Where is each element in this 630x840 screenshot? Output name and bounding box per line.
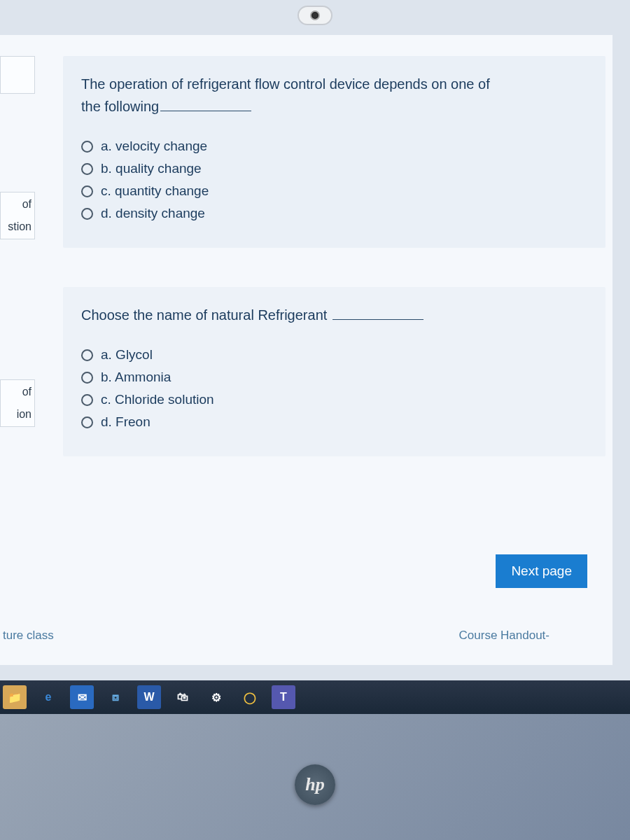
sidebar-text: stion <box>1 220 31 233</box>
dropbox-icon[interactable]: ⧈ <box>104 685 127 709</box>
option-b[interactable]: b. Ammonia <box>81 370 592 385</box>
question-text-line: Choose the name of natural Refrigerant <box>81 307 327 323</box>
option-label-text: a. Glycol <box>101 347 153 363</box>
option-a[interactable]: a. velocity change <box>81 139 592 154</box>
option-c[interactable]: c. Chloride solution <box>81 392 592 407</box>
radio-icon <box>81 163 93 175</box>
sidebar-block-number <box>0 56 35 94</box>
edge-icon[interactable]: e <box>36 685 60 709</box>
question-text-line: the following <box>81 99 159 114</box>
mail-icon[interactable]: ✉ <box>70 685 94 709</box>
option-c[interactable]: c. quantity change <box>81 183 592 199</box>
question-text-line: The operation of refrigerant flow contro… <box>81 76 490 92</box>
file-explorer-icon[interactable]: 📁 <box>3 685 27 709</box>
windows-taskbar: 📁e✉⧈W🛍⚙◯T <box>0 680 630 714</box>
option-d[interactable]: d. Freon <box>81 414 592 430</box>
webcam-lens-icon <box>310 10 320 20</box>
option-d[interactable]: d. density change <box>81 206 592 221</box>
teams-icon[interactable]: T <box>272 685 295 709</box>
option-label-text: d. Freon <box>101 414 150 430</box>
question-prompt: The operation of refrigerant flow contro… <box>81 73 592 118</box>
question-prompt: Choose the name of natural Refrigerant <box>81 304 592 326</box>
radio-icon <box>81 416 93 428</box>
sidebar-text: of <box>1 198 31 211</box>
sidebar-block-status2: of ion <box>0 379 35 427</box>
sidebar-text: ion <box>1 408 31 421</box>
radio-icon <box>81 372 93 384</box>
option-label-text: d. density change <box>101 206 205 221</box>
blank-fill-line <box>160 111 251 111</box>
option-a[interactable]: a. Glycol <box>81 347 592 363</box>
option-label-text: c. Chloride solution <box>101 392 214 407</box>
sidebar-text: of <box>1 386 31 398</box>
webcam-notch <box>298 6 332 25</box>
settings-icon[interactable]: ⚙ <box>204 685 228 709</box>
store-icon[interactable]: 🛍 <box>171 685 195 709</box>
blank-fill-line <box>332 319 424 320</box>
radio-icon <box>81 394 93 406</box>
left-sidebar: of stion of ion <box>0 35 35 665</box>
quiz-content-area: of stion of ion The operation of refrige… <box>0 35 612 665</box>
radio-icon <box>81 208 93 220</box>
chrome-icon[interactable]: ◯ <box>238 685 262 709</box>
option-b[interactable]: b. quality change <box>81 161 592 176</box>
prev-activity-link[interactable]: ture class <box>3 629 54 643</box>
screen-area: of stion of ion The operation of refrige… <box>0 0 630 714</box>
radio-icon <box>81 141 93 153</box>
option-label-text: b. quality change <box>101 161 202 176</box>
next-page-button[interactable]: Next page <box>496 554 587 588</box>
option-label-text: c. quantity change <box>101 183 209 199</box>
next-activity-link[interactable]: Course Handout- <box>459 629 550 643</box>
options-group: a. Glycol b. Ammonia c. Chloride solutio… <box>81 347 592 430</box>
word-icon[interactable]: W <box>137 685 161 709</box>
options-group: a. velocity change b. quality change c. … <box>81 139 592 221</box>
question-card-1: The operation of refrigerant flow contro… <box>63 56 606 248</box>
hp-logo-icon: hp <box>295 764 335 805</box>
radio-icon <box>81 186 93 197</box>
footer-nav: ture class Course Handout- <box>0 629 612 643</box>
radio-icon <box>81 349 93 361</box>
option-label-text: a. velocity change <box>101 139 207 154</box>
option-label-text: b. Ammonia <box>101 370 171 385</box>
question-card-2: Choose the name of natural Refrigerant a… <box>63 287 606 456</box>
sidebar-block-status: of stion <box>0 192 35 239</box>
